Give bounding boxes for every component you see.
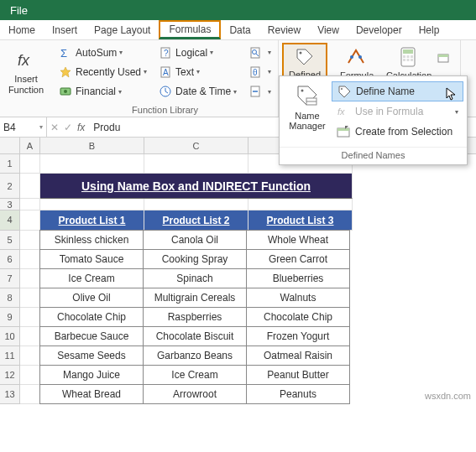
cell[interactable] bbox=[20, 174, 40, 199]
cell[interactable]: Cooking Spray bbox=[143, 249, 247, 269]
tab-help[interactable]: Help bbox=[411, 20, 448, 39]
cell[interactable]: Chocolate Chip bbox=[246, 307, 350, 327]
cell[interactable]: Oatmeal Raisin bbox=[246, 345, 350, 366]
tab-formulas[interactable]: Formulas bbox=[159, 20, 221, 39]
cell[interactable] bbox=[20, 288, 40, 308]
col-header-b[interactable]: B bbox=[40, 138, 144, 153]
create-from-selection-item[interactable]: Create from Selection bbox=[332, 122, 463, 142]
cell[interactable]: Multigrain Cereals bbox=[143, 288, 247, 308]
row-header[interactable]: 13 bbox=[0, 385, 20, 404]
cell[interactable] bbox=[40, 154, 144, 174]
file-tab[interactable]: File bbox=[10, 4, 28, 17]
use-in-formula-label: Use in Formula bbox=[355, 106, 423, 117]
insert-function-button[interactable]: fx Insert Function bbox=[3, 43, 49, 101]
financial-button[interactable]: Financial▾ bbox=[55, 82, 150, 101]
cell[interactable]: Tomato Sauce bbox=[39, 249, 144, 269]
table-header-cell[interactable]: Product List 2 bbox=[144, 210, 248, 231]
select-all-triangle[interactable] bbox=[0, 138, 20, 153]
cell[interactable] bbox=[20, 231, 40, 250]
cell[interactable]: Olive Oil bbox=[39, 288, 144, 308]
tab-data[interactable]: Data bbox=[221, 20, 259, 39]
tab-insert[interactable]: Insert bbox=[44, 20, 86, 39]
col-header-a[interactable]: A bbox=[20, 138, 40, 153]
cell[interactable] bbox=[20, 250, 40, 269]
row-header[interactable]: 5 bbox=[0, 231, 20, 250]
row-header[interactable]: 2 bbox=[0, 174, 20, 199]
fx-icon[interactable]: fx bbox=[77, 122, 85, 133]
math-trig-button[interactable]: θ ▾ bbox=[245, 63, 275, 81]
row-header[interactable]: 3 bbox=[0, 199, 20, 210]
cell[interactable]: Arrowroot bbox=[143, 384, 247, 404]
svg-point-18 bbox=[256, 91, 258, 92]
cell[interactable]: Frozen Yogurt bbox=[246, 326, 350, 346]
row-header[interactable]: 10 bbox=[0, 327, 20, 346]
cell[interactable]: Green Carrot bbox=[246, 249, 350, 269]
define-name-item[interactable]: Define Name bbox=[332, 81, 463, 101]
cell[interactable] bbox=[20, 154, 40, 174]
autosum-label: AutoSum bbox=[76, 47, 117, 59]
cell[interactable] bbox=[144, 199, 248, 210]
cell[interactable]: Chocolate Biscuit bbox=[143, 326, 247, 346]
cell[interactable] bbox=[40, 199, 144, 210]
row-header[interactable]: 11 bbox=[0, 346, 20, 366]
text-button[interactable]: A Text▾ bbox=[155, 63, 240, 81]
name-manager-button[interactable]: Name Manager bbox=[283, 80, 332, 143]
row-header[interactable]: 8 bbox=[0, 288, 20, 308]
row-header[interactable]: 1 bbox=[0, 154, 20, 174]
tab-page-layout[interactable]: Page Layout bbox=[86, 20, 159, 39]
cell[interactable]: Skinless chicken bbox=[39, 230, 144, 250]
tab-home[interactable]: Home bbox=[0, 20, 44, 39]
autosum-button[interactable]: Σ AutoSum▾ bbox=[55, 44, 150, 62]
cell[interactable]: Wheat Bread bbox=[39, 384, 144, 404]
cell[interactable] bbox=[248, 199, 353, 210]
tab-review[interactable]: Review bbox=[259, 20, 309, 39]
cell[interactable]: Spinach bbox=[143, 268, 247, 288]
cell[interactable]: Ice Cream bbox=[143, 365, 247, 385]
cell[interactable] bbox=[20, 385, 40, 404]
cell[interactable] bbox=[20, 366, 40, 385]
cell[interactable] bbox=[20, 269, 40, 288]
date-time-button[interactable]: Date & Time▾ bbox=[155, 82, 240, 101]
chevron-down-icon: ▾ bbox=[268, 68, 271, 75]
cell[interactable] bbox=[20, 346, 40, 366]
calc-now-button[interactable] bbox=[433, 49, 457, 67]
cell[interactable] bbox=[20, 210, 40, 231]
table-row: 9Chocolate ChipRaspberriesChocolate Chip bbox=[0, 308, 476, 327]
cell[interactable]: Barbecue Sauce bbox=[39, 326, 144, 346]
cell[interactable]: Peanuts bbox=[246, 384, 350, 404]
title-cell[interactable]: Using Name Box and INDIRECT Function bbox=[40, 174, 353, 199]
cell[interactable]: Ice Cream bbox=[39, 268, 144, 288]
row-header[interactable]: 7 bbox=[0, 269, 20, 288]
cell[interactable]: Whole Wheat bbox=[246, 230, 350, 250]
recently-used-button[interactable]: Recently Used▾ bbox=[55, 63, 150, 81]
confirm-icon[interactable]: ✓ bbox=[64, 122, 72, 133]
chevron-down-icon[interactable]: ▾ bbox=[39, 123, 43, 131]
cell[interactable] bbox=[144, 154, 248, 174]
cell[interactable]: Walnuts bbox=[246, 288, 350, 308]
lookup-button[interactable]: ▾ bbox=[245, 44, 275, 62]
cell[interactable]: Raspberries bbox=[143, 307, 247, 327]
table-header-cell[interactable]: Product List 1 bbox=[40, 210, 144, 231]
name-box[interactable]: B4 ▾ bbox=[0, 117, 47, 137]
cell[interactable]: Chocolate Chip bbox=[39, 307, 144, 327]
cancel-icon[interactable]: ✕ bbox=[50, 122, 59, 133]
tab-developer[interactable]: Developer bbox=[348, 20, 411, 39]
cell[interactable]: Peanut Butter bbox=[246, 365, 350, 385]
cell[interactable]: Garbanzo Beans bbox=[143, 345, 247, 366]
cell[interactable]: Mango Juice bbox=[39, 365, 144, 385]
more-functions-button[interactable]: ▾ bbox=[245, 82, 275, 101]
cell[interactable]: Blueberries bbox=[246, 268, 350, 288]
cell[interactable]: Canola Oil bbox=[143, 230, 247, 250]
logical-button[interactable]: ? Logical▾ bbox=[155, 44, 240, 62]
cell[interactable] bbox=[20, 308, 40, 327]
cell[interactable]: Sesame Seeds bbox=[39, 345, 144, 366]
cell[interactable] bbox=[20, 327, 40, 346]
tab-view[interactable]: View bbox=[309, 20, 348, 39]
row-header[interactable]: 6 bbox=[0, 250, 20, 269]
cell[interactable] bbox=[20, 199, 40, 210]
row-header[interactable]: 12 bbox=[0, 366, 20, 385]
row-header[interactable]: 4 bbox=[0, 210, 20, 231]
col-header-c[interactable]: C bbox=[144, 138, 248, 153]
table-header-cell[interactable]: Product List 3 bbox=[248, 210, 353, 231]
row-header[interactable]: 9 bbox=[0, 308, 20, 327]
